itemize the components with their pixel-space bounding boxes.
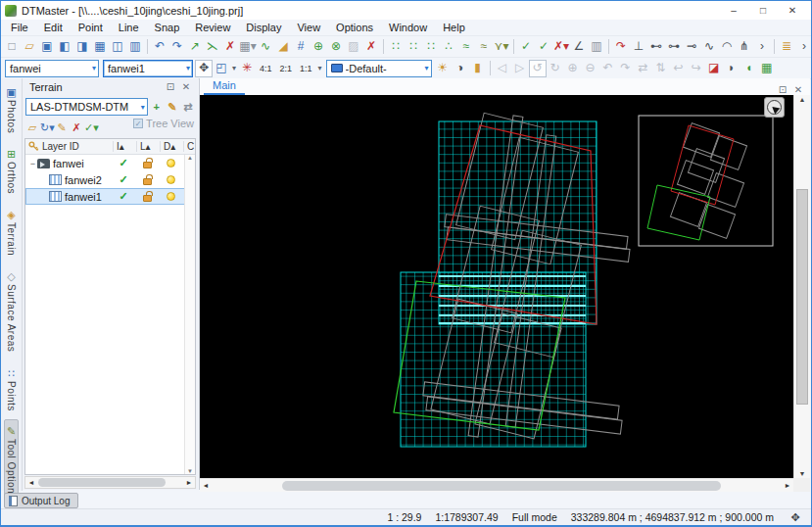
flag-point-button[interactable]: ⊕: [310, 38, 327, 56]
rotate-right-button[interactable]: ↻: [547, 60, 564, 77]
visibility-bulb-icon[interactable]: [167, 192, 175, 201]
included-check-icon[interactable]: ✓: [119, 173, 127, 186]
sidebar-item-orthos[interactable]: ⊞ Orthos: [4, 142, 19, 200]
patch-terrain-button[interactable]: ◢: [274, 38, 292, 56]
scrollbar-thumb[interactable]: [282, 481, 721, 491]
edit-vertex-button[interactable]: ↗: [186, 38, 204, 56]
open-left-image-button[interactable]: ◧: [56, 38, 73, 56]
menu-item[interactable]: View: [289, 20, 328, 36]
separator[interactable]: [774, 39, 775, 54]
layer-row-fanwei[interactable]: − fanwei ✓: [25, 155, 195, 171]
stereo-glasses-button[interactable]: ◗: [723, 60, 740, 77]
layer-manager-button[interactable]: ≣: [778, 38, 795, 56]
strip-view-button[interactable]: ▥: [126, 38, 144, 56]
brightness-button[interactable]: ☀: [434, 60, 452, 77]
menu-item[interactable]: Snap: [147, 20, 188, 36]
edit-dataset-button[interactable]: ✎: [166, 99, 179, 115]
separator[interactable]: [608, 39, 609, 54]
close-view-icon[interactable]: ✕: [790, 84, 806, 95]
close-panel-icon[interactable]: ✕: [178, 81, 194, 92]
match-grid-button[interactable]: ∷: [422, 38, 440, 56]
layer-overflow-chevron[interactable]: ›: [795, 38, 812, 56]
refresh-layers-dropdown-button[interactable]: ↻▾: [40, 120, 54, 137]
pan-left-button[interactable]: ↶: [599, 60, 617, 77]
snap-hook-button[interactable]: ↷: [612, 38, 630, 56]
scroll-right-icon[interactable]: ►: [183, 479, 195, 486]
match-points-button[interactable]: ∷: [387, 38, 405, 56]
classify-points-button[interactable]: ≈: [475, 38, 493, 56]
sidebar-item-terrain[interactable]: ◈ Terrain: [4, 203, 19, 262]
undo-button[interactable]: ↶: [151, 38, 168, 56]
sidebar-item-photos[interactable]: ▣ Photos: [4, 80, 19, 139]
output-log-tab[interactable]: Output Log: [4, 493, 78, 508]
layer-row-fanwei2[interactable]: fanwei2 ✓: [25, 171, 195, 188]
close-button[interactable]: ✕: [778, 2, 807, 20]
menu-item[interactable]: Window: [381, 20, 435, 36]
snap-nearest-button[interactable]: ⊸: [683, 38, 700, 56]
delete-grid-cell-button[interactable]: ✗: [362, 38, 380, 56]
snap-midpoint-button[interactable]: ⊶: [665, 38, 683, 56]
tree-vertical-scrollbar[interactable]: ▲ ▼: [184, 155, 195, 474]
delete-layer-button[interactable]: ✗: [70, 120, 83, 137]
unlocked-icon[interactable]: [143, 178, 152, 185]
accept-check-button[interactable]: ✓: [517, 38, 535, 56]
snap-intersection-button[interactable]: ⋔: [736, 38, 753, 56]
previous-view-button[interactable]: ◁: [494, 60, 511, 77]
minimize-button[interactable]: –: [719, 2, 748, 20]
included-check-icon[interactable]: ✓: [119, 157, 127, 169]
scroll-up-icon[interactable]: ▲: [185, 155, 195, 161]
section-columns-button[interactable]: ▥: [588, 38, 605, 56]
menu-item[interactable]: Edit: [36, 20, 71, 36]
swap-view-button[interactable]: ⇅: [652, 60, 670, 77]
viewport-vertical-scrollbar[interactable]: ▲ ▼: [793, 95, 810, 478]
scroll-up-icon[interactable]: ▲: [794, 96, 810, 103]
snap-perpendicular-button[interactable]: ⊥: [630, 38, 647, 56]
menu-item[interactable]: Display: [238, 20, 289, 36]
menu-item[interactable]: Line: [111, 20, 147, 36]
tree-view-checkbox[interactable]: ✓ Tree View: [133, 118, 194, 129]
display-profile-combo[interactable]: -Default- ▾: [326, 60, 432, 77]
filter-dropdown-button[interactable]: ⋎▾: [493, 38, 510, 56]
refresh-view-button[interactable]: ↪: [688, 60, 705, 77]
sidebar-item-points[interactable]: ∷ Points: [4, 361, 19, 417]
image-grid-button[interactable]: ▦: [91, 38, 109, 56]
layer-table-header[interactable]: Layer ID I▴ L▴ D▴ C: [25, 139, 195, 155]
zoom-out-button[interactable]: ⊖: [582, 60, 599, 77]
collapse-icon[interactable]: −: [28, 159, 37, 168]
stamp-button[interactable]: ▨: [345, 38, 362, 56]
tab-main[interactable]: Main: [204, 78, 245, 95]
snap-arc-button[interactable]: ◠: [718, 38, 736, 56]
snap-spline-button[interactable]: ∿: [700, 38, 718, 56]
snap-endpoint-button[interactable]: ⊷: [647, 38, 665, 56]
viewport-horizontal-scrollbar[interactable]: ◄ ►: [200, 478, 793, 492]
contrast-button[interactable]: ◑: [452, 60, 469, 77]
menu-item[interactable]: File: [3, 20, 36, 36]
float-panel-icon[interactable]: ⊡: [163, 81, 178, 92]
panel-horizontal-scrollbar[interactable]: ◄ ►: [24, 476, 196, 489]
import-terrain-button[interactable]: ≈: [457, 38, 475, 56]
lock-button[interactable]: ▮: [469, 60, 487, 77]
image-pair-button[interactable]: ◫: [109, 38, 126, 56]
new-file-button[interactable]: □: [3, 38, 21, 56]
ratio-2-1-button[interactable]: 2:1: [276, 64, 297, 73]
view-navigator-button[interactable]: [764, 97, 785, 118]
profile-tool-button[interactable]: ∠: [570, 38, 588, 56]
scroll-right-icon[interactable]: ►: [782, 482, 793, 489]
overlap-display-button[interactable]: ◪: [705, 60, 723, 77]
zoom-region-button[interactable]: ◰: [213, 60, 230, 77]
accept-all-button[interactable]: ✓: [535, 38, 552, 56]
open-right-image-button[interactable]: ◨: [73, 38, 91, 56]
float-view-icon[interactable]: ⊡: [775, 84, 790, 95]
menu-item[interactable]: Point: [71, 20, 111, 36]
edit-layer-button[interactable]: ✎: [55, 120, 69, 137]
visibility-bulb-icon[interactable]: [167, 175, 175, 184]
range-combo[interactable]: fanwei ▾: [5, 60, 99, 77]
ratio-1-1-button[interactable]: 1:1: [296, 64, 316, 73]
scrollbar-thumb[interactable]: [38, 478, 166, 487]
redo-button[interactable]: ↷: [168, 38, 186, 56]
match-dense-button[interactable]: ∷: [405, 38, 422, 56]
rotate-left-button[interactable]: ↺: [529, 60, 547, 77]
zoom-fit-button[interactable]: ✳: [238, 60, 256, 77]
unlocked-icon[interactable]: [143, 195, 152, 202]
grid-tools-dropdown-button[interactable]: ▦▾: [239, 38, 257, 56]
